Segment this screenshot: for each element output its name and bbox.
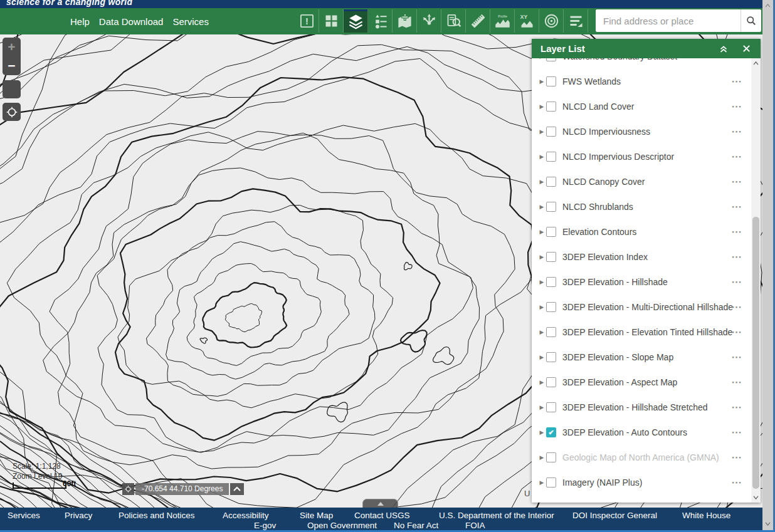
- layer-checkbox[interactable]: [546, 252, 556, 262]
- layer-checkbox[interactable]: [546, 302, 556, 312]
- layer-menu-button[interactable]: ●●●: [732, 230, 742, 234]
- layer-menu-button[interactable]: ●●●: [732, 180, 742, 184]
- alert-button[interactable]: !: [295, 9, 319, 33]
- elevation-profile-button[interactable]: Profile: [490, 9, 515, 33]
- layer-menu-button[interactable]: ●●●: [732, 330, 742, 334]
- layer-checkbox[interactable]: [546, 452, 556, 462]
- measure-button[interactable]: [466, 9, 490, 33]
- scrollbar-thumb[interactable]: [752, 217, 759, 489]
- layer-checkbox[interactable]: [546, 177, 556, 187]
- expand-arrow-icon[interactable]: ▶: [538, 429, 546, 436]
- expand-arrow-icon[interactable]: ▶: [538, 128, 546, 135]
- footer-link-contact-usgs[interactable]: Contact USGS: [354, 511, 410, 520]
- expand-arrow-icon[interactable]: ▶: [538, 379, 546, 385]
- page-scroll-up-arrow[interactable]: [762, 0, 773, 11]
- layer-list-button[interactable]: [344, 9, 368, 33]
- scroll-down-arrow[interactable]: [751, 493, 761, 503]
- collapse-panel-button[interactable]: [717, 42, 730, 56]
- layer-menu-button[interactable]: ●●●: [732, 380, 742, 384]
- footer-link-policies-and-notices[interactable]: Policies and Notices: [119, 511, 195, 520]
- layer-checkbox[interactable]: [546, 152, 556, 162]
- close-panel-button[interactable]: [739, 42, 753, 56]
- layer-checkbox[interactable]: [546, 58, 556, 61]
- footer-link-site-map[interactable]: Site Map: [300, 511, 333, 520]
- layer-menu-button[interactable]: ●●●: [732, 105, 742, 108]
- footer-link-foia[interactable]: FOIA: [465, 521, 485, 530]
- spot-elevation-button[interactable]: XY: [515, 9, 539, 33]
- nav-item-services[interactable]: Services: [172, 16, 209, 27]
- scroll-up-arrow[interactable]: [751, 58, 761, 68]
- overlay-list-button[interactable]: [564, 9, 588, 33]
- layer-checkbox[interactable]: [546, 402, 556, 412]
- legend-button[interactable]: [368, 9, 393, 33]
- footer-link-accessibility[interactable]: Accessibility: [223, 511, 269, 520]
- layer-checkbox[interactable]: [546, 202, 556, 212]
- expand-arrow-icon[interactable]: ▶: [538, 229, 546, 235]
- layer-checkbox[interactable]: [546, 327, 556, 337]
- layer-checkbox[interactable]: [546, 377, 556, 387]
- layer-label: NLCD Land Cover: [562, 102, 634, 112]
- layer-checkbox[interactable]: [546, 277, 556, 287]
- nav-item-data-download[interactable]: Data Download: [99, 16, 164, 27]
- layer-checkbox[interactable]: [546, 477, 556, 488]
- expand-arrow-icon[interactable]: ▶: [538, 58, 546, 60]
- expand-arrow-icon[interactable]: ▶: [538, 204, 546, 210]
- footer-link-services[interactable]: Services: [8, 511, 40, 520]
- layer-checkbox[interactable]: [546, 127, 556, 137]
- footer-link-privacy[interactable]: Privacy: [65, 511, 92, 520]
- layer-menu-button[interactable]: ●●●: [732, 456, 742, 459]
- footer-link-open-government[interactable]: Open Government: [307, 521, 377, 530]
- footer-link-doi-inspector-general[interactable]: DOI Inspector General: [572, 511, 657, 520]
- footer-link-white-house[interactable]: White House: [682, 511, 730, 520]
- expand-arrow-icon[interactable]: ▶: [538, 179, 546, 185]
- layer-menu-button[interactable]: ●●●: [732, 430, 742, 434]
- layer-menu-button[interactable]: ●●●: [732, 305, 742, 309]
- coordinate-options-button[interactable]: [230, 483, 244, 495]
- layer-menu-button[interactable]: ●●●: [732, 481, 742, 484]
- attribution-expand-tab[interactable]: [362, 499, 398, 508]
- zoom-out-button[interactable]: −: [3, 56, 21, 75]
- panel-scrollbar[interactable]: [751, 58, 761, 503]
- layer-menu-button[interactable]: ●●●: [732, 80, 742, 83]
- home-extent-button[interactable]: [3, 80, 21, 98]
- layer-menu-button[interactable]: ●●●: [732, 355, 742, 359]
- footer-link-u-s-department-of-the-interior[interactable]: U.S. Department of the Interior: [439, 511, 554, 520]
- expand-arrow-icon[interactable]: ▶: [538, 78, 546, 85]
- page-scroll-down-arrow[interactable]: [762, 518, 773, 529]
- bullseye-button[interactable]: [539, 9, 564, 33]
- expand-arrow-icon[interactable]: ▶: [538, 304, 546, 310]
- expand-arrow-icon[interactable]: ▶: [538, 329, 546, 335]
- layer-menu-button[interactable]: ●●●: [732, 155, 742, 159]
- footer-link-no-fear-act[interactable]: No Fear Act: [394, 521, 438, 530]
- locate-button[interactable]: [3, 103, 21, 121]
- layer-menu-button[interactable]: ●●●: [732, 405, 742, 409]
- expand-arrow-icon[interactable]: ▶: [538, 354, 546, 360]
- layer-checkbox[interactable]: [546, 102, 556, 112]
- layer-menu-button[interactable]: ●●●: [732, 205, 742, 209]
- page-scrollbar[interactable]: [762, 0, 773, 530]
- footer-link-e-gov[interactable]: E-gov: [254, 521, 276, 530]
- expand-arrow-icon[interactable]: ▶: [538, 154, 546, 160]
- layer-menu-button[interactable]: ●●●: [732, 255, 742, 259]
- layer-checkbox[interactable]: [546, 76, 556, 86]
- nav-item-help[interactable]: Help: [70, 16, 90, 27]
- coordinate-capture-button[interactable]: [122, 483, 134, 495]
- add-data-button[interactable]: [393, 9, 417, 33]
- layer-checkbox[interactable]: ✔: [546, 427, 556, 437]
- zoom-in-button[interactable]: +: [3, 38, 21, 56]
- layer-checkbox[interactable]: [546, 352, 556, 362]
- layer-menu-button[interactable]: ●●●: [732, 280, 742, 284]
- expand-arrow-icon[interactable]: ▶: [538, 479, 546, 486]
- search-button[interactable]: [741, 9, 761, 32]
- layer-menu-button[interactable]: ●●●: [732, 130, 742, 133]
- directions-button[interactable]: [417, 9, 441, 33]
- expand-arrow-icon[interactable]: ▶: [538, 404, 546, 410]
- search-input[interactable]: [596, 9, 741, 32]
- expand-arrow-icon[interactable]: ▶: [538, 254, 546, 260]
- expand-arrow-icon[interactable]: ▶: [538, 454, 546, 461]
- expand-arrow-icon[interactable]: ▶: [538, 279, 546, 285]
- basemap-gallery-button[interactable]: [319, 9, 344, 33]
- layer-checkbox[interactable]: [546, 227, 556, 237]
- query-button[interactable]: [441, 9, 466, 33]
- expand-arrow-icon[interactable]: ▶: [538, 103, 546, 110]
